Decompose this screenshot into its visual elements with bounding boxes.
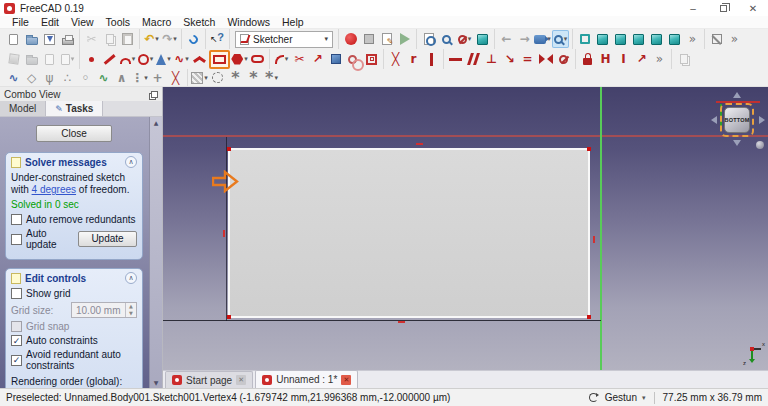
undo[interactable]: ↶▾: [143, 30, 160, 48]
paste[interactable]: [119, 30, 136, 48]
modify-knot-multiplicity[interactable]: ⋮▾: [131, 69, 148, 87]
vertex-bottom-left[interactable]: [227, 315, 231, 319]
tab-unnamed-document[interactable]: Unnamed : 1* ✕: [255, 370, 358, 388]
sketcher-tools[interactable]: [675, 50, 692, 68]
create-rectangle[interactable]: [209, 50, 230, 69]
macro-stop[interactable]: [360, 30, 377, 48]
show-bspline-degree[interactable]: ∿: [5, 69, 22, 87]
toggle-virtual-space[interactable]: ▾: [191, 69, 208, 87]
view-top[interactable]: [612, 30, 629, 48]
workbench-selector[interactable]: Sketcher▾: [235, 31, 333, 48]
constrain-symmetric[interactable]: [537, 50, 554, 68]
menu-tools[interactable]: Tools: [100, 16, 137, 28]
navcube-rotate-left-icon[interactable]: [711, 116, 717, 124]
menu-windows[interactable]: Windows: [221, 16, 276, 28]
open-file[interactable]: [23, 30, 40, 48]
constraints-overflow[interactable]: »: [651, 50, 668, 68]
navcube-rotate-right-icon[interactable]: [759, 116, 765, 124]
close-tab-icon[interactable]: ✕: [341, 375, 351, 385]
create-line[interactable]: [101, 50, 118, 68]
macro-play[interactable]: [396, 30, 413, 48]
menu-macro[interactable]: Macro: [136, 16, 177, 28]
tab-model[interactable]: Model: [0, 101, 46, 116]
zoom-tools[interactable]: ▾: [552, 30, 569, 48]
edit-sketch-arrow-icon[interactable]: [212, 170, 239, 193]
vertex-top-right[interactable]: [587, 147, 591, 151]
map-sketch[interactable]: ▾: [59, 50, 76, 68]
navcube-face[interactable]: BOTTOM: [724, 107, 750, 133]
view-section[interactable]: [41, 50, 58, 68]
part-measure[interactable]: [708, 30, 725, 48]
navigate-forward[interactable]: →: [516, 30, 533, 48]
minimize-button[interactable]: –: [678, 0, 708, 16]
scroll-up-icon[interactable]: ▲: [154, 119, 159, 126]
external-geometry[interactable]: [327, 50, 344, 68]
collapse-icon[interactable]: ∧: [125, 272, 137, 284]
copy[interactable]: [101, 30, 118, 48]
menu-view[interactable]: View: [65, 16, 100, 28]
constrain-equal[interactable]: =: [519, 50, 536, 68]
chevron-down-icon[interactable]: ▾: [642, 394, 646, 402]
fit-all[interactable]: [420, 30, 437, 48]
create-point[interactable]: [83, 50, 100, 68]
print[interactable]: [59, 30, 76, 48]
update-button[interactable]: Update: [78, 231, 137, 247]
constrain-coincident[interactable]: ╳: [387, 50, 404, 68]
show-bspline-curvature-comb[interactable]: ψ: [41, 69, 58, 87]
constrain-distance-y[interactable]: I: [615, 50, 632, 68]
refresh[interactable]: [185, 30, 202, 48]
rectangular-array[interactable]: *▾: [263, 69, 280, 87]
leave-sketch[interactable]: [5, 50, 22, 68]
scroll-down-icon[interactable]: ▼: [154, 379, 159, 386]
show-bspline-control-polygon[interactable]: ◇: [23, 69, 40, 87]
clip-plane[interactable]: ▾: [456, 30, 473, 48]
macro-edit[interactable]: [378, 30, 395, 48]
views-overflow[interactable]: »: [684, 30, 701, 48]
constrain-perpendicular[interactable]: ⊥: [483, 50, 500, 68]
new-file[interactable]: [5, 30, 22, 48]
navcube-rotate-down-icon[interactable]: [733, 140, 741, 146]
constrain-distance[interactable]: ↗: [633, 50, 650, 68]
view-sketch[interactable]: [23, 50, 40, 68]
close-button[interactable]: ✕: [738, 0, 768, 16]
tab-tasks[interactable]: ✎ Tasks: [46, 101, 103, 116]
navcube-menu-sphere[interactable]: [756, 141, 764, 149]
increase-bspline-degree[interactable]: ∧: [113, 69, 130, 87]
constrain-horizontal[interactable]: [447, 50, 464, 68]
grid-size-spinbox[interactable]: 10.00 mm ▲▼: [71, 302, 137, 318]
redo[interactable]: ↷▾: [161, 30, 178, 48]
close-task-button[interactable]: Close: [36, 125, 112, 142]
vertex-bottom-right[interactable]: [587, 315, 591, 319]
create-arc[interactable]: ▾: [119, 50, 136, 68]
save-file[interactable]: [41, 30, 58, 48]
collapse-icon[interactable]: ∧: [125, 156, 137, 168]
view-isometric[interactable]: [576, 30, 593, 48]
degrees-of-freedom-link[interactable]: 4 degrees: [32, 184, 76, 195]
extend-edge[interactable]: ↗: [309, 50, 326, 68]
create-conic[interactable]: ▾: [155, 50, 172, 68]
view-right[interactable]: [630, 30, 647, 48]
navcube-rotate-up-icon[interactable]: [733, 92, 741, 98]
carbon-copy[interactable]: [345, 50, 362, 68]
auto-constraints-checkbox[interactable]: ✓: [11, 335, 22, 346]
fit-selection[interactable]: [438, 30, 455, 48]
avoid-redundant-checkbox[interactable]: ✓: [11, 355, 22, 366]
copy-geometry[interactable]: *: [245, 69, 262, 87]
spin-down-icon[interactable]: ▼: [126, 310, 136, 317]
restore-button[interactable]: [708, 0, 738, 16]
clone-geometry[interactable]: *: [227, 69, 244, 87]
auto-update-checkbox[interactable]: [11, 234, 22, 245]
create-polygon[interactable]: ▾: [231, 50, 248, 68]
show-grid-checkbox[interactable]: [11, 288, 22, 299]
menu-file[interactable]: File: [6, 16, 35, 28]
view-rear[interactable]: [648, 30, 665, 48]
constrain-tangent[interactable]: ↘: [501, 50, 518, 68]
create-circle[interactable]: ▾: [137, 50, 154, 68]
menu-edit[interactable]: Edit: [35, 16, 65, 28]
show-bspline-knot-multiplicity[interactable]: ∴: [59, 69, 76, 87]
sync-view[interactable]: [474, 30, 491, 48]
sketch-rectangle[interactable]: [228, 148, 590, 318]
spin-up-icon[interactable]: ▲: [126, 303, 136, 310]
measure-overflow[interactable]: »: [726, 30, 743, 48]
create-fillet[interactable]: ▾: [273, 50, 290, 68]
